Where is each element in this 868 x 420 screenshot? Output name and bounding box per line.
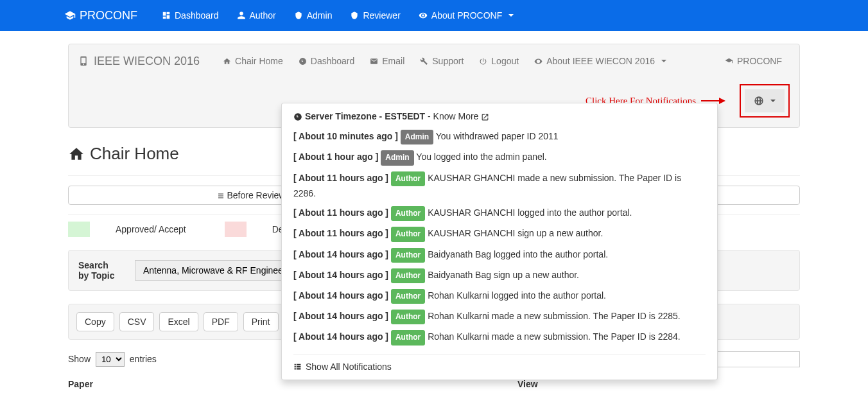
user-icon (237, 11, 246, 20)
export-copy[interactable]: Copy (76, 312, 114, 331)
top-nav: PROCONF Dashboard Author Admin Reviewer … (0, 0, 868, 31)
notifications-dropdown: Server Timezone - EST5EDT - Know More [ … (281, 103, 718, 380)
page-length-select[interactable]: 10 (96, 352, 125, 367)
clock-icon (299, 57, 307, 66)
subnav-about-conf[interactable]: About IEEE WIECON 2016 (526, 52, 674, 70)
admin-icon (294, 11, 303, 20)
clock-icon (293, 112, 302, 121)
arrow-icon (701, 100, 724, 101)
home-icon (223, 57, 231, 66)
subnav-email[interactable]: Email (362, 52, 412, 70)
brand-text: PROCONF (80, 9, 137, 22)
nav-dashboard[interactable]: Dashboard (153, 1, 228, 30)
notification-item[interactable]: [ About 10 minutes ago ] Admin You withd… (293, 127, 706, 147)
legend-approved: Approved/ Accept (68, 222, 186, 237)
col-view: View (517, 379, 538, 389)
sub-nav: IEEE WIECON 2016 Chair Home Dashboard Em… (69, 44, 799, 78)
subnav-logout[interactable]: Logout (471, 52, 526, 70)
caret-down-icon (508, 14, 514, 17)
phone-icon (78, 56, 89, 66)
swatch-declined (225, 222, 247, 237)
external-link-icon[interactable] (481, 113, 489, 121)
caret-down-icon (661, 60, 666, 62)
export-pdf[interactable]: PDF (204, 312, 238, 331)
nav-about[interactable]: About PROCONF (410, 1, 523, 30)
notification-item[interactable]: [ About 11 hours ago ] Author KAUSHAR GH… (293, 203, 706, 223)
brand[interactable]: PROCONF (64, 9, 137, 22)
power-icon (479, 57, 487, 66)
wrench-icon (420, 57, 428, 66)
search-topic-label: Search by Topic (78, 260, 117, 281)
graduation-cap-icon (725, 57, 733, 66)
subnav-proconf[interactable]: PROCONF (717, 52, 790, 70)
notification-item[interactable]: [ About 1 hour ago ] Admin You logged in… (293, 147, 706, 168)
subnav-support[interactable]: Support (412, 52, 471, 70)
export-csv[interactable]: CSV (119, 312, 155, 331)
nav-reviewer[interactable]: Reviewer (341, 1, 409, 30)
notification-item[interactable]: [ About 14 hours ago ] Author Rohan Kulk… (293, 286, 706, 306)
reviewer-icon (350, 11, 359, 20)
notification-item[interactable]: [ About 14 hours ago ] Author Rohan Kulk… (293, 327, 706, 347)
export-excel[interactable]: Excel (159, 312, 198, 331)
page-length: Show 10 entries (68, 352, 157, 367)
globe-icon (754, 96, 764, 106)
list-icon (293, 362, 302, 371)
subnav-dashboard[interactable]: Dashboard (291, 52, 363, 70)
envelope-icon (370, 57, 378, 66)
notification-item[interactable]: [ About 14 hours ago ] Author Rohan Kulk… (293, 306, 706, 327)
swatch-approved (68, 222, 90, 237)
nav-author[interactable]: Author (228, 1, 285, 30)
notification-item[interactable]: [ About 11 hours ago ] Author KAUSHAR GH… (293, 168, 706, 204)
notifications-button[interactable] (745, 89, 785, 112)
dashboard-icon (162, 11, 171, 20)
notification-item[interactable]: [ About 14 hours ago ] Author Baidyanath… (293, 265, 706, 286)
list-icon (217, 192, 225, 200)
eye-icon (419, 11, 428, 20)
graduation-cap-icon (64, 10, 76, 21)
col-paper: Paper (68, 379, 517, 389)
dropdown-header: Server Timezone - EST5EDT - Know More (293, 111, 706, 121)
subnav-chair-home[interactable]: Chair Home (215, 52, 291, 70)
export-print[interactable]: Print (243, 312, 279, 331)
notification-item[interactable]: [ About 14 hours ago ] Author Baidyanath… (293, 245, 706, 265)
notification-highlight-box (740, 84, 790, 118)
nav-admin[interactable]: Admin (285, 1, 342, 30)
eye-icon (534, 57, 542, 66)
legend-declined: Decl (225, 222, 290, 237)
caret-down-icon (770, 100, 776, 102)
notification-item[interactable]: [ About 11 hours ago ] Author KAUSHAR GH… (293, 223, 706, 244)
show-all-notifications[interactable]: Show All Notifications (293, 354, 706, 372)
home-icon (68, 146, 85, 162)
conference-brand[interactable]: IEEE WIECON 2016 (78, 55, 200, 68)
